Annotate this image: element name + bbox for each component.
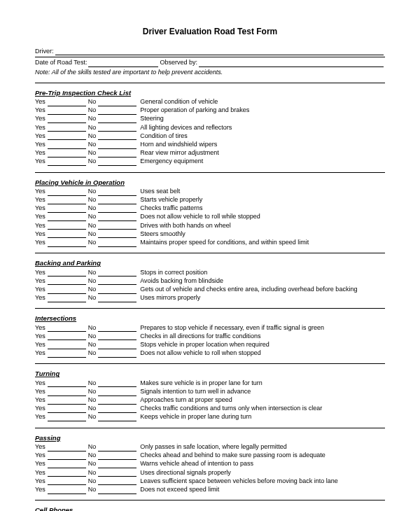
- no-blank[interactable]: [98, 190, 136, 196]
- no-blank[interactable]: [98, 117, 136, 123]
- no-label: No: [88, 188, 97, 196]
- check-row: YesNoHorn and windshield wipers: [35, 141, 385, 149]
- check-description: Avoids backing from blindside: [140, 277, 385, 286]
- yes-blank[interactable]: [48, 190, 86, 196]
- yes-blank[interactable]: [48, 454, 86, 460]
- yes-blank[interactable]: [48, 445, 86, 451]
- no-blank[interactable]: [98, 143, 136, 149]
- driver-blank[interactable]: [55, 48, 384, 55]
- no-blank[interactable]: [98, 232, 136, 238]
- no-label: No: [88, 98, 97, 106]
- no-blank[interactable]: [98, 100, 136, 106]
- yes-label: Yes: [35, 149, 46, 158]
- no-blank[interactable]: [98, 381, 136, 387]
- yes-blank[interactable]: [48, 100, 86, 106]
- yes-blank[interactable]: [48, 279, 86, 285]
- yes-blank[interactable]: [48, 407, 86, 413]
- no-label: No: [88, 460, 97, 468]
- yes-blank[interactable]: [48, 206, 86, 213]
- check-description: Emergency equipment: [140, 158, 385, 166]
- no-blank[interactable]: [98, 223, 136, 230]
- yes-blank[interactable]: [48, 470, 86, 477]
- yes-label: Yes: [35, 141, 46, 149]
- no-blank[interactable]: [98, 160, 136, 166]
- yes-blank[interactable]: [48, 390, 86, 396]
- yes-blank[interactable]: [48, 296, 86, 302]
- yes-blank[interactable]: [48, 232, 86, 238]
- no-blank[interactable]: [98, 198, 136, 204]
- no-blank[interactable]: [98, 296, 136, 302]
- no-blank[interactable]: [98, 407, 136, 413]
- no-blank[interactable]: [98, 343, 136, 349]
- yes-blank[interactable]: [48, 241, 86, 247]
- check-description: Uses directional signals properly: [140, 469, 385, 477]
- no-blank[interactable]: [98, 479, 136, 485]
- no-blank[interactable]: [98, 470, 136, 477]
- observed-blank[interactable]: [199, 60, 384, 67]
- yes-blank[interactable]: [48, 160, 86, 166]
- no-blank[interactable]: [98, 390, 136, 396]
- yes-blank[interactable]: [48, 415, 86, 421]
- yes-label: Yes: [35, 396, 46, 405]
- yes-blank[interactable]: [48, 108, 86, 115]
- yes-blank[interactable]: [48, 343, 86, 349]
- no-label: No: [88, 239, 97, 247]
- no-blank[interactable]: [98, 151, 136, 158]
- yes-blank[interactable]: [48, 488, 86, 494]
- driver-label: Driver:: [35, 48, 54, 56]
- no-blank[interactable]: [98, 326, 136, 332]
- no-label: No: [88, 388, 97, 396]
- yes-blank[interactable]: [48, 334, 86, 340]
- no-blank[interactable]: [98, 398, 136, 405]
- no-blank[interactable]: [98, 206, 136, 213]
- no-blank[interactable]: [98, 288, 136, 294]
- yes-blank[interactable]: [48, 351, 86, 358]
- yes-blank[interactable]: [48, 117, 86, 123]
- yes-blank[interactable]: [48, 215, 86, 221]
- yes-blank[interactable]: [48, 479, 86, 485]
- no-blank[interactable]: [98, 215, 136, 221]
- no-blank[interactable]: [98, 108, 136, 115]
- no-blank[interactable]: [98, 241, 136, 247]
- check-row: YesNoGeneral condition of vehicle: [35, 98, 385, 106]
- yes-blank[interactable]: [48, 134, 86, 140]
- no-blank[interactable]: [98, 462, 136, 468]
- check-row: YesNoSignals intention to turn well in a…: [35, 388, 385, 396]
- date-blank[interactable]: [88, 60, 158, 67]
- yes-blank[interactable]: [48, 462, 86, 468]
- yes-blank[interactable]: [48, 125, 86, 132]
- note-text: Note: All of the skills tested are impor…: [35, 69, 385, 77]
- section-heading: Cell Phones: [35, 506, 385, 511]
- section-heading: Intersections: [35, 314, 385, 323]
- yes-blank[interactable]: [48, 398, 86, 405]
- no-blank[interactable]: [98, 415, 136, 421]
- yes-blank[interactable]: [48, 223, 86, 230]
- yes-label: Yes: [35, 158, 46, 166]
- no-blank[interactable]: [98, 134, 136, 140]
- yes-blank[interactable]: [48, 288, 86, 294]
- check-row: YesNoKeeps vehicle in proper lane during…: [35, 413, 385, 421]
- no-blank[interactable]: [98, 351, 136, 358]
- check-row: YesNoUses directional signals properly: [35, 469, 385, 477]
- yes-blank[interactable]: [48, 326, 86, 332]
- yes-blank[interactable]: [48, 143, 86, 149]
- no-blank[interactable]: [98, 279, 136, 285]
- yes-label: Yes: [35, 332, 46, 341]
- check-description: Gets out of vehicle and checks entire ar…: [140, 286, 385, 294]
- yes-blank[interactable]: [48, 198, 86, 204]
- no-blank[interactable]: [98, 454, 136, 460]
- yes-blank[interactable]: [48, 270, 86, 276]
- no-blank[interactable]: [98, 125, 136, 132]
- check-row: YesNoOnly passes in safe location, where…: [35, 443, 385, 451]
- no-blank[interactable]: [98, 334, 136, 340]
- no-label: No: [88, 269, 97, 277]
- yes-label: Yes: [35, 269, 46, 277]
- no-blank[interactable]: [98, 488, 136, 494]
- yes-blank[interactable]: [48, 151, 86, 158]
- no-blank[interactable]: [98, 270, 136, 276]
- yes-label: Yes: [35, 188, 46, 196]
- no-blank[interactable]: [98, 445, 136, 451]
- check-description: Does not exceed speed limit: [140, 486, 385, 494]
- no-label: No: [88, 341, 97, 349]
- yes-blank[interactable]: [48, 381, 86, 387]
